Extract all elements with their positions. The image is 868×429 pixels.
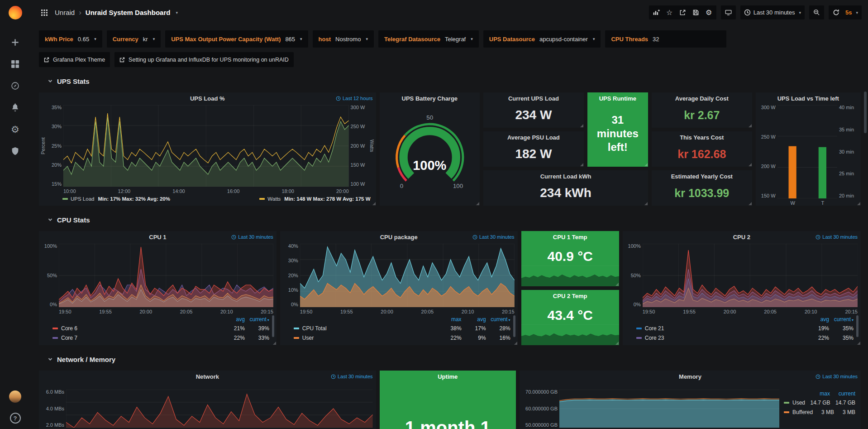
legend-column-header[interactable]: max	[437, 316, 462, 323]
time-range-picker[interactable]: Last 30 minutes ▾	[741, 5, 804, 19]
series-name[interactable]: Core 21	[645, 325, 664, 332]
section-network-memory[interactable]: Network / Memory	[48, 352, 854, 367]
dashboard-link[interactable]: Setting up Grafana and InfluxDB for UPS …	[114, 52, 294, 67]
legend-scrollbar[interactable]	[272, 315, 274, 337]
panel-title[interactable]: Current Load kWh	[540, 173, 591, 180]
panel-title[interactable]: CPU 1	[149, 234, 166, 241]
share-button[interactable]	[676, 5, 689, 19]
legend-row: Core 621%39%	[52, 323, 269, 333]
explore-icon[interactable]	[5, 75, 26, 96]
panel-title[interactable]: UPS Battery Charge	[402, 95, 458, 102]
save-button[interactable]	[689, 5, 702, 19]
panel-title[interactable]: CPU 2	[733, 234, 750, 241]
stat-value: kr 2.67	[652, 104, 752, 128]
dashboard-settings-button[interactable]: ⚙	[702, 5, 715, 19]
panel-title[interactable]: This Years Cost	[680, 134, 724, 141]
zoom-out-button[interactable]	[810, 5, 823, 19]
dashboards-icon[interactable]	[5, 53, 26, 74]
breadcrumb-dashboard-title[interactable]: Unraid System Dashboard	[86, 9, 171, 16]
legend-scrollbar[interactable]	[513, 315, 515, 337]
stat-value: 182 W	[483, 143, 584, 167]
panel-title[interactable]: Memory	[679, 373, 701, 380]
panel-title[interactable]: UPS Load %	[190, 95, 225, 102]
panel-time-range[interactable]: Last 12 hours	[336, 96, 373, 101]
variable-input-cpu-threads[interactable]: CPU Threads 32	[605, 30, 726, 48]
ups-bar-chart[interactable]	[777, 105, 837, 198]
refresh-button[interactable]	[830, 5, 843, 19]
legend-column-header[interactable]: avg	[805, 316, 829, 323]
series-name[interactable]: UPS Load	[71, 196, 94, 202]
section-cpu-stats[interactable]: CPU Stats	[48, 212, 854, 227]
memory-chart[interactable]	[559, 390, 779, 428]
server-admin-icon[interactable]	[5, 140, 26, 161]
panel-title[interactable]: Estimated Yearly Cost	[671, 173, 733, 180]
alerting-icon[interactable]	[5, 97, 26, 118]
section-ups-stats[interactable]: UPS Stats	[48, 73, 854, 89]
panel-title[interactable]: UPS Runtime	[599, 95, 636, 102]
legend-column-header[interactable]: current	[486, 316, 510, 323]
grafana-logo[interactable]	[9, 6, 22, 19]
dashboard-link[interactable]: Grafana Plex Theme	[39, 52, 110, 67]
main-area: Unraid › Unraid System Dashboard ▾ ☆	[30, 0, 868, 429]
panel-time-range[interactable]: Last 30 minutes	[816, 374, 858, 379]
series-name[interactable]: Core 23	[645, 335, 664, 341]
star-button[interactable]: ☆	[663, 5, 676, 19]
panel-title[interactable]: CPU 2 Temp	[553, 293, 587, 299]
series-name[interactable]: CPU Total	[302, 325, 327, 332]
variable-dropdown[interactable]: UPS Datasource apcupsd-container ▾	[483, 30, 601, 48]
legend-column-header[interactable]: current	[830, 390, 855, 397]
legend-column-header[interactable]: avg	[462, 316, 486, 323]
cpu1-chart[interactable]	[59, 244, 273, 307]
navbar: Unraid › Unraid System Dashboard ▾ ☆	[30, 0, 868, 25]
panel-title[interactable]: Average Daily Cost	[675, 95, 729, 102]
zoom-out-icon	[813, 9, 820, 16]
series-name[interactable]: Watts	[267, 196, 281, 202]
chevron-down-icon[interactable]: ▾	[176, 10, 178, 15]
variable-dropdown[interactable]: Telegraf Datasource Telegraf ▾	[378, 30, 479, 48]
grafana-app: ⚙ ? Unraid › Unraid System Dashboard ▾	[0, 0, 868, 429]
panel-title[interactable]: Network	[196, 373, 219, 380]
panel-title[interactable]: Uptime	[438, 373, 458, 380]
cpu2-chart[interactable]	[643, 244, 858, 307]
series-name[interactable]: Core 6	[61, 325, 77, 332]
panel-time-range[interactable]: Last 30 minutes	[472, 234, 515, 240]
cpu-package-chart[interactable]	[300, 244, 515, 307]
series-name[interactable]: Used	[792, 400, 805, 406]
battery-gauge[interactable]: 050100	[385, 107, 475, 203]
panel-time-range[interactable]: Last 30 minutes	[331, 374, 373, 379]
panel-title[interactable]: Current UPS Load	[508, 95, 559, 102]
help-icon[interactable]: ?	[5, 408, 26, 429]
configuration-icon[interactable]: ⚙	[5, 119, 26, 140]
apps-grid-icon[interactable]	[38, 6, 51, 19]
panel-title[interactable]: Average PSU Load	[507, 134, 560, 141]
variable-dropdown[interactable]: UPS Max Output Power Capacity (Watt) 865…	[165, 30, 308, 48]
legend-scrollbar[interactable]	[856, 315, 858, 337]
panel-title[interactable]: UPS Load vs Time left	[777, 95, 839, 102]
create-icon[interactable]	[5, 32, 26, 53]
panel-time-range[interactable]: Last 30 minutes	[231, 234, 273, 240]
network-chart[interactable]	[66, 390, 373, 428]
variable-dropdown[interactable]: kWh Price 0.65 ▾	[39, 30, 102, 48]
refresh-interval-picker[interactable]: 5s ▾	[843, 5, 861, 19]
user-avatar[interactable]	[5, 386, 26, 407]
panel-title[interactable]: CPU 1 Temp	[553, 234, 587, 241]
ups-load-chart[interactable]	[63, 105, 349, 187]
panel-title[interactable]: CPU package	[380, 234, 418, 241]
legend-column-header[interactable]: current	[829, 316, 854, 323]
legend-column-header[interactable]: current	[245, 316, 269, 323]
variable-dropdown[interactable]: Currency kr ▾	[107, 30, 161, 48]
add-panel-button[interactable]	[650, 5, 663, 19]
legend-column-header[interactable]: avg	[220, 316, 245, 323]
series-name[interactable]: User	[302, 335, 314, 341]
series-swatch	[636, 337, 642, 339]
panel-average-psu-load: Average PSU Load 182 W	[483, 131, 584, 167]
breadcrumb-app[interactable]: Unraid	[55, 9, 75, 16]
series-name[interactable]: Buffered	[792, 409, 813, 415]
cycle-view-button[interactable]	[722, 5, 735, 19]
variable-input-value[interactable]: 32	[653, 36, 720, 43]
variable-dropdown[interactable]: host Nostromo ▾	[313, 30, 374, 48]
page-scrollbar[interactable]	[864, 92, 867, 133]
panel-time-range[interactable]: Last 30 minutes	[816, 234, 858, 240]
series-name[interactable]: Core 7	[61, 335, 77, 341]
legend-column-header[interactable]: max	[805, 390, 830, 397]
